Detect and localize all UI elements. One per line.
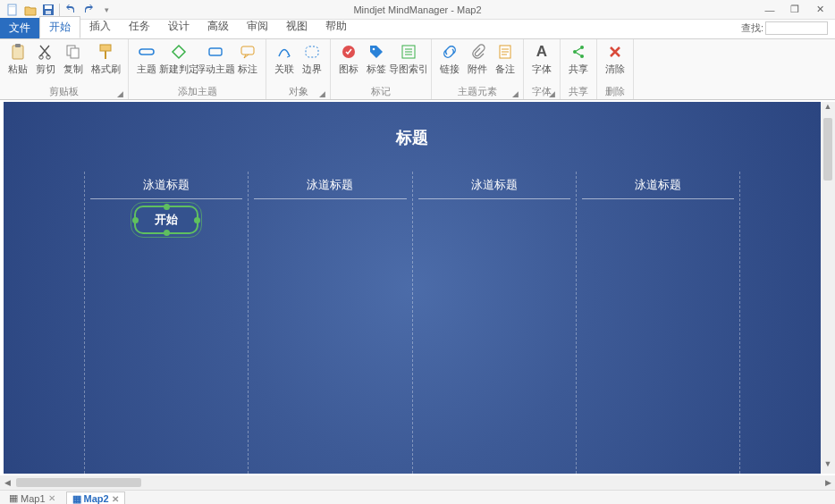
svg-rect-5 xyxy=(13,46,23,59)
search-label: 查找: xyxy=(741,21,763,35)
save-icon[interactable] xyxy=(41,3,55,17)
tab-任务[interactable]: 任务 xyxy=(120,16,159,38)
tab-file[interactable]: 文件 xyxy=(0,18,39,38)
button-label: 边界 xyxy=(302,63,322,76)
canvas[interactable]: 标题 泳道标题开始泳道标题泳道标题泳道标题 xyxy=(4,102,821,474)
group-添加主题: 主题新建判定浮动主题标注添加主题 xyxy=(129,39,266,99)
copy-button[interactable]: 复制 xyxy=(60,41,87,78)
swimlane-header[interactable]: 泳道标题 xyxy=(254,172,406,199)
svg-rect-10 xyxy=(71,48,79,58)
swimlane[interactable]: 泳道标题开始 xyxy=(84,172,248,474)
swimlane-header[interactable]: 泳道标题 xyxy=(90,172,242,199)
tags-button[interactable]: 标签 xyxy=(363,41,390,78)
clear-icon xyxy=(606,43,624,61)
attachment-button[interactable]: 附件 xyxy=(464,41,491,78)
cut-icon xyxy=(37,43,55,61)
qat-separator xyxy=(59,4,60,16)
boundary-button[interactable]: 边界 xyxy=(299,41,325,78)
button-label: 字体 xyxy=(532,63,552,76)
topic-button[interactable]: 主题 xyxy=(133,41,160,78)
cut-button[interactable]: 剪切 xyxy=(32,41,59,78)
tab-帮助[interactable]: 帮助 xyxy=(316,16,356,38)
vscroll-thumb[interactable] xyxy=(823,118,832,181)
svg-rect-13 xyxy=(139,49,154,55)
hscroll-thumb[interactable] xyxy=(16,478,141,487)
font-button[interactable]: A字体 xyxy=(528,41,555,78)
share-button[interactable]: 共享 xyxy=(565,41,592,78)
swimlane[interactable]: 泳道标题 xyxy=(248,172,411,474)
scroll-up-icon[interactable]: ▲ xyxy=(821,102,835,116)
notes-icon xyxy=(496,43,514,61)
format-painter-button[interactable]: 格式刷 xyxy=(88,41,123,78)
qat-more-icon[interactable]: ▾ xyxy=(99,3,114,17)
new-doc-icon[interactable] xyxy=(5,3,20,17)
clear-button[interactable]: 清除 xyxy=(602,41,628,78)
window-controls: — ❐ ✕ xyxy=(758,3,831,17)
topic-label: 开始 xyxy=(155,212,178,228)
close-tab-icon[interactable]: ✕ xyxy=(112,494,119,504)
callout-button[interactable]: 标注 xyxy=(234,41,261,78)
svg-rect-0 xyxy=(8,4,16,15)
button-label: 共享 xyxy=(569,63,588,76)
button-label: 标签 xyxy=(367,63,386,76)
group-label: 添加主题 xyxy=(133,85,261,99)
link-icon xyxy=(441,43,459,61)
close-button[interactable]: ✕ xyxy=(808,3,831,17)
decision-button[interactable]: 新建判定 xyxy=(161,41,197,78)
redo-icon[interactable] xyxy=(81,3,96,17)
button-label: 附件 xyxy=(468,63,487,76)
open-icon[interactable] xyxy=(23,3,38,17)
tab-插入[interactable]: 插入 xyxy=(80,16,120,38)
dialog-launcher-icon[interactable]: ◢ xyxy=(512,89,519,98)
scroll-left-icon[interactable]: ◀ xyxy=(0,478,14,487)
floating-topic-button[interactable]: 浮动主题 xyxy=(198,41,233,78)
vertical-scrollbar[interactable]: ▲ ▼ xyxy=(821,102,835,474)
swimlane[interactable]: 泳道标题 xyxy=(576,172,740,474)
group-label: 主题元素◢ xyxy=(436,85,519,99)
dialog-launcher-icon[interactable]: ◢ xyxy=(117,89,123,98)
horizontal-scrollbar[interactable]: ◀ ▶ xyxy=(0,475,835,490)
button-label: 标注 xyxy=(238,63,257,76)
button-label: 格式刷 xyxy=(91,63,121,76)
restore-button[interactable]: ❐ xyxy=(783,3,806,17)
topic-start[interactable]: 开始 xyxy=(134,206,198,234)
group-label: 共享 xyxy=(565,85,592,99)
copy-icon xyxy=(64,43,82,61)
group-字体: A字体字体◢ xyxy=(524,39,561,99)
tab-设计[interactable]: 设计 xyxy=(159,16,198,38)
tab-开始[interactable]: 开始 xyxy=(39,16,80,38)
undo-icon[interactable] xyxy=(63,3,78,17)
swimlane[interactable]: 泳道标题 xyxy=(412,172,576,474)
search-box: 查找: xyxy=(741,21,828,35)
dialog-launcher-icon[interactable]: ◢ xyxy=(319,89,325,98)
markers-button[interactable]: 图标 xyxy=(335,41,362,78)
paste-icon xyxy=(9,43,27,61)
doc-tab-label: Map2 xyxy=(84,493,109,504)
tab-审阅[interactable]: 审阅 xyxy=(238,16,277,38)
svg-rect-15 xyxy=(241,46,254,55)
scroll-down-icon[interactable]: ▼ xyxy=(821,459,835,474)
swimlane-header[interactable]: 泳道标题 xyxy=(582,172,734,199)
scroll-right-icon[interactable]: ▶ xyxy=(821,478,835,487)
search-input[interactable] xyxy=(765,21,828,35)
svg-rect-12 xyxy=(105,51,106,59)
tab-高级[interactable]: 高级 xyxy=(198,16,238,38)
minimize-button[interactable]: — xyxy=(758,3,781,17)
notes-button[interactable]: 备注 xyxy=(492,41,519,78)
svg-rect-16 xyxy=(306,46,318,57)
relationship-button[interactable]: 关联 xyxy=(271,41,298,78)
group-标记: 图标标签导图索引标记 xyxy=(331,39,432,99)
map-title[interactable]: 标题 xyxy=(396,127,428,148)
swimlane-header[interactable]: 泳道标题 xyxy=(418,172,570,199)
paste-button[interactable]: 粘贴 xyxy=(4,41,31,78)
link-button[interactable]: 链接 xyxy=(436,41,463,78)
tags-icon xyxy=(367,43,385,61)
doc-tab-Map2[interactable]: ▦Map2✕ xyxy=(66,491,125,505)
map-index-button[interactable]: 导图索引 xyxy=(391,41,426,78)
tab-视图[interactable]: 视图 xyxy=(277,16,316,38)
dialog-launcher-icon[interactable]: ◢ xyxy=(549,89,555,98)
topic-icon xyxy=(138,43,156,61)
close-tab-icon[interactable]: ✕ xyxy=(48,493,55,503)
decision-icon xyxy=(170,43,188,61)
doc-tab-Map1[interactable]: ▦Map1✕ xyxy=(4,491,61,504)
